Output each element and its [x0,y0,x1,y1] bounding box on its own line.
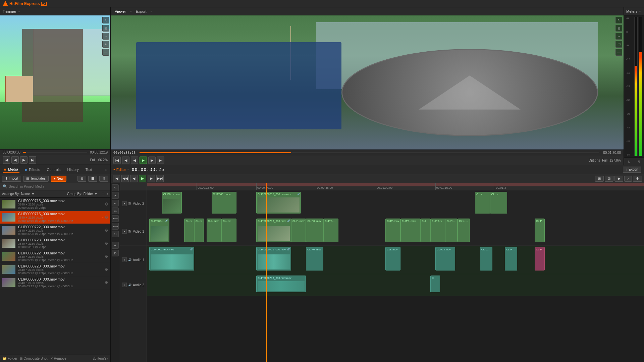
media-panel-collapse[interactable]: » [105,167,108,172]
media-sort-button[interactable]: ↕ [107,192,108,196]
media-item[interactable]: CLIP0000715_000.mov.mov 3840 × 2160 pixe… [0,198,110,211]
tool-cut[interactable]: ✂ [112,192,119,199]
tool-add-track[interactable]: + [112,242,119,249]
media-settings-button[interactable]: ⚙ [99,176,108,182]
tool-slip[interactable]: ↔ [112,200,119,206]
tool-roll[interactable]: ⟺ [112,223,119,230]
options-label[interactable]: Options [588,159,600,162]
clip-audio[interactable]: CLIP0000715_000.mov.mov 🔗 [256,247,291,270]
clip-audio2[interactable]: cc [430,276,440,292]
clip[interactable]: CLIP0..mov [306,219,323,242]
clip[interactable]: CLIP..mov [291,219,306,242]
clip[interactable]: CL...v [490,192,507,214]
clip[interactable]: CLIP..mov [445,219,458,242]
viewer-prev-frame2[interactable]: ◀ [131,157,138,164]
tab-controls[interactable]: Controls [46,167,62,172]
clip[interactable]: CLIP000...mov [212,192,236,214]
group-by-select[interactable]: Folder [84,192,93,196]
media-item[interactable]: CLIP0000723_000.mov.mov 3840 × 2160 pixe… [0,237,110,250]
tool-slide[interactable]: ⇔ [112,207,119,214]
track-vis-video1[interactable]: ● [122,229,127,234]
grid-view-button[interactable]: ⊞ [77,176,86,182]
clip[interactable]: CL..v [194,219,204,242]
footer-composite-chip[interactable]: ⊞ Composite Shot [20,357,47,360]
arrange-by-select[interactable]: Name [21,192,30,196]
editor-audio-button[interactable]: ♪ [624,176,632,182]
clip[interactable]: CL..v [184,219,194,242]
clip[interactable]: CLIP0..mov [400,219,420,242]
editor-play[interactable]: ▶ [139,175,146,182]
trimmer-tool-2[interactable]: ⊞ [102,25,109,32]
media-item-settings[interactable]: ⚙ [105,254,108,259]
media-item-settings[interactable]: ⚙ [102,215,108,220]
editor-marker-button[interactable]: ◆ [614,176,623,182]
clip[interactable]: CL..av [221,219,236,242]
viewer-tool-3[interactable]: ↔ [615,33,622,40]
clip-audio[interactable]: CLIP..v.mov [435,247,455,270]
media-item-settings[interactable]: ⚙ [105,228,108,233]
media-item[interactable]: CLIP0000728_000.mov.mov 3840 × 2160 pixe… [0,263,110,276]
clip[interactable]: CLIP0..mov [323,219,338,242]
viewer-prev-frame[interactable]: ◀ [122,157,129,164]
editor-prev-frame[interactable]: ◀◀ [121,175,129,182]
clip[interactable]: CLIP0000715_000.mov.mov 🔗 [256,192,301,214]
viewer-tool-1[interactable]: ↖ [615,17,622,23]
media-item[interactable]: CLIP0000722_000.mov.mov 3840 × 2160 pixe… [0,224,110,237]
media-item[interactable]: CLIP0000722_000.mov.mov 3840 × 2160 pixe… [0,250,110,263]
trimmer-play[interactable]: ▶ [20,156,28,164]
viewer-next-frame[interactable]: ▶ [148,157,156,164]
clip-audio[interactable]: CLIP..mov [505,247,517,270]
search-input[interactable] [9,185,108,188]
media-item[interactable]: CLIP0000730_000.mov.mov 3840 × 2160 pixe… [0,276,110,289]
media-item-settings[interactable]: ⚙ [105,267,108,272]
trimmer-go-start[interactable]: |◀ [3,156,10,164]
clip[interactable]: CLIP0000715_000.mov.mov 🔗 [256,219,291,242]
clip-audio[interactable]: CLIP000...mov.mov 🔗 [149,247,194,270]
trimmer-next-frame[interactable]: ▶| [29,156,36,164]
media-item-settings[interactable]: ⚙ [105,241,108,246]
tool-select[interactable]: ↖ [112,184,119,191]
media-item-settings[interactable]: ⚙ [105,280,108,285]
trimmer-prev-frame[interactable]: ◀ [11,156,19,164]
trimmer-tool-1[interactable]: ↖ [102,17,109,23]
track-vis-video2[interactable]: ● [122,201,127,206]
viewer-tool-5[interactable]: — [615,49,622,56]
editor-snap-button[interactable]: ⊞ [595,176,604,182]
clip[interactable]: CLIP0...v.mov [162,192,181,214]
footer-folder-chip[interactable]: 📁 Folder [3,357,17,360]
list-view-button[interactable]: ☰ [88,176,97,182]
clip-audio[interactable]: CLI..mov [480,247,492,270]
viewer-go-end[interactable]: ▶| [157,157,164,164]
editor-go-start[interactable]: |◀ [113,175,120,182]
quality-label[interactable]: Full [602,159,607,162]
clip-audio-pink[interactable]: CLIP [535,247,545,270]
viewer-go-start[interactable]: |◀ [113,157,121,164]
new-button[interactable]: ● New [51,176,66,182]
footer-remove-chip[interactable]: ✕ Remove [50,357,66,360]
clip-audio[interactable]: CLIP0..mov [306,247,323,270]
editor-go-end[interactable]: ▶▶| [156,175,164,182]
editor-prev[interactable]: ◀ [130,175,138,182]
viewer-play[interactable]: ▶ [140,157,147,164]
media-filter-button[interactable]: ⊞ [102,192,104,196]
tool-ripple[interactable]: ⟵ [112,215,119,222]
clip-audio2[interactable]: CLIP0000715_000.mov.mov [256,276,306,292]
clip[interactable]: CLl..mov [420,219,430,242]
clip[interactable]: CLIP..mov [385,219,400,242]
editor-settings-button[interactable]: ⚙ [633,176,642,182]
clip[interactable]: C...v [475,192,490,214]
viewer-tool-2[interactable]: ⊞ [615,25,622,32]
trimmer-tool-4[interactable]: + [102,41,109,48]
templates-button[interactable]: ▦ Templates [23,176,49,182]
clip[interactable]: CLI..mov [207,219,221,242]
track-vis-audio2[interactable]: ♪ [122,283,127,287]
editor-next[interactable]: ▶ [148,175,155,182]
tab-history[interactable]: History [66,167,80,172]
clip[interactable]: CLIP [535,219,545,242]
tab-export[interactable]: Export [135,9,148,14]
clip[interactable]: CLIP000...mov 🔗 [149,219,169,242]
media-item[interactable]: CLIP0000715_000.mov.mov 3840 × 2160 pixe… [0,211,110,224]
track-vis-audio1[interactable]: ♪ [122,257,127,262]
tab-text[interactable]: Text [84,167,94,172]
trimmer-tool-3[interactable]: ↔ [102,33,109,40]
